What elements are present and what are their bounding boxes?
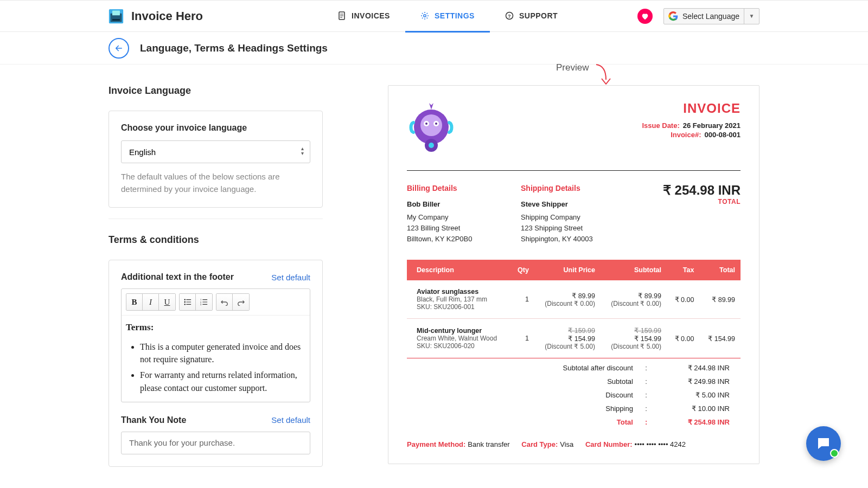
svg-point-5 <box>424 15 426 17</box>
numbered-list-icon: 123 <box>200 298 208 306</box>
brand-logo-icon <box>108 9 124 24</box>
col-qty: Qty <box>510 260 534 280</box>
nav-invoices-label: INVOICES <box>352 11 390 20</box>
grand-total: ₹ 254.98 INR <box>663 183 741 198</box>
svg-point-21 <box>429 143 434 148</box>
shipping-name: Steve Shipper <box>521 199 635 210</box>
svg-point-15 <box>420 114 442 136</box>
thanks-input[interactable] <box>121 432 310 454</box>
brand: Invoice Hero <box>108 9 203 24</box>
underline-button[interactable]: U <box>159 294 175 310</box>
rte-toolbar: B I U 123 <box>122 289 310 316</box>
svg-text:?: ? <box>508 14 511 19</box>
svg-point-18 <box>425 123 427 125</box>
footer-text-label: Additional text in the footer <box>121 272 234 282</box>
rte-content[interactable]: Terms: This is a computer generated invo… <box>122 316 310 402</box>
svg-point-19 <box>435 123 437 125</box>
shipping-city: Shippington, KY 40003 <box>521 234 635 245</box>
col-tax: Tax <box>667 260 699 280</box>
language-select[interactable]: English <box>121 140 310 163</box>
bullet-list-button[interactable] <box>180 294 196 310</box>
numbered-list-button[interactable]: 123 <box>196 294 212 310</box>
summary-table: Subtotal after discount:₹ 244.98 INR Sub… <box>407 361 741 429</box>
billing-city: Billtown, KY K2P0B0 <box>407 234 521 245</box>
issue-date-label: Issue Date: <box>642 121 679 130</box>
gear-icon <box>420 11 429 20</box>
svg-rect-3 <box>112 19 120 21</box>
nav-support[interactable]: ? SUPPORT <box>490 1 573 33</box>
svg-rect-2 <box>112 10 120 15</box>
shipping-heading: Shipping Details <box>521 183 635 195</box>
total-block: ₹ 254.98 INR TOTAL <box>663 183 741 245</box>
footer-set-default-link[interactable]: Set default <box>271 273 310 282</box>
main-nav: INVOICES SETTINGS ? SUPPORT <box>322 1 573 32</box>
billing-name: Bob Biller <box>407 199 521 210</box>
thanks-label: Thank You Note <box>121 415 186 425</box>
google-icon <box>668 11 678 21</box>
terms-heading: Terms: <box>125 322 307 333</box>
thanks-set-default-link[interactable]: Set default <box>271 415 310 425</box>
terms-bullet: This is a computer generated invoice and… <box>140 341 307 365</box>
nav-support-label: SUPPORT <box>519 11 558 20</box>
chat-icon <box>815 435 832 452</box>
lang-select-label: Select Language <box>682 12 739 21</box>
undo-icon <box>221 298 228 306</box>
table-row: Aviator sunglassesBlack, Full Rim, 137 m… <box>407 280 741 319</box>
svg-point-8 <box>184 299 185 300</box>
col-subtotal: Subtotal <box>601 260 667 280</box>
help-icon: ? <box>505 11 514 20</box>
favorite-button[interactable] <box>637 9 653 24</box>
nav-settings[interactable]: SETTINGS <box>405 1 490 33</box>
company-logo-icon <box>407 101 456 155</box>
undo-button[interactable] <box>216 294 233 310</box>
curved-arrow-icon <box>594 63 614 86</box>
language-panel: Choose your invoice language English ▴▾ … <box>108 111 323 208</box>
terms-bullet: For warranty and returns related informa… <box>140 369 307 394</box>
section-divider <box>108 219 323 219</box>
online-status-dot <box>830 449 839 458</box>
billing-heading: Billing Details <box>407 183 521 195</box>
svg-text:3: 3 <box>200 303 202 306</box>
col-total: Total <box>699 260 741 280</box>
svg-point-9 <box>184 301 185 303</box>
choose-language-label: Choose your invoice language <box>121 123 310 133</box>
nav-settings-label: SETTINGS <box>435 11 475 20</box>
line-items-table: Description Qty Unit Price Subtotal Tax … <box>407 260 741 358</box>
preview-label: Preview <box>556 62 589 73</box>
redo-icon <box>237 298 245 306</box>
terms-panel: Additional text in the footer Set defaul… <box>108 260 323 467</box>
billing-street: 123 Billing Street <box>407 223 521 234</box>
redo-button[interactable] <box>233 294 249 310</box>
bold-button[interactable]: B <box>126 294 143 310</box>
shipping-street: 123 Shipping Street <box>521 223 635 234</box>
table-row: Mid-century loungerCream White, Walnut W… <box>407 319 741 358</box>
payment-footer: Payment Method:Bank transfer Card Type:V… <box>407 440 741 448</box>
heart-icon <box>641 12 649 21</box>
billing-block: Billing Details Bob Biller My Company 12… <box>407 183 521 245</box>
shipping-block: Shipping Details Steve Shipper Shipping … <box>521 183 635 245</box>
top-header: Invoice Hero INVOICES SETTINGS ? SUPPORT <box>0 0 868 32</box>
section-terms-heading: Terms & conditions <box>108 234 323 246</box>
invoice-number-value: 000-08-001 <box>705 131 741 139</box>
italic-button[interactable]: I <box>143 294 159 310</box>
svg-point-10 <box>184 304 185 305</box>
invoice-title: INVOICE <box>642 101 741 116</box>
back-button[interactable] <box>108 38 129 59</box>
shipping-company: Shipping Company <box>521 212 635 223</box>
google-translate-select[interactable]: Select Language ▼ <box>663 8 760 24</box>
billing-company: My Company <box>407 212 521 223</box>
language-helper-text: The default values of the below sections… <box>121 171 310 195</box>
col-desc: Description <box>407 260 510 280</box>
brand-name: Invoice Hero <box>131 9 203 23</box>
section-language-heading: Invoice Language <box>108 85 323 97</box>
col-unit: Unit Price <box>534 260 601 280</box>
issue-date-value: 26 February 2021 <box>683 121 741 130</box>
footer-rich-editor: B I U 123 <box>121 288 310 402</box>
chat-button[interactable] <box>806 426 841 461</box>
grand-total-label: TOTAL <box>663 198 741 206</box>
bullet-list-icon <box>184 298 192 306</box>
invoice-preview: INVOICE Issue Date:26 February 2021 Invo… <box>388 85 760 464</box>
nav-invoices[interactable]: INVOICES <box>322 1 405 33</box>
subheader: Language, Terms & Headings Settings <box>0 32 868 65</box>
invoice-number-label: Invoice#: <box>671 131 701 139</box>
